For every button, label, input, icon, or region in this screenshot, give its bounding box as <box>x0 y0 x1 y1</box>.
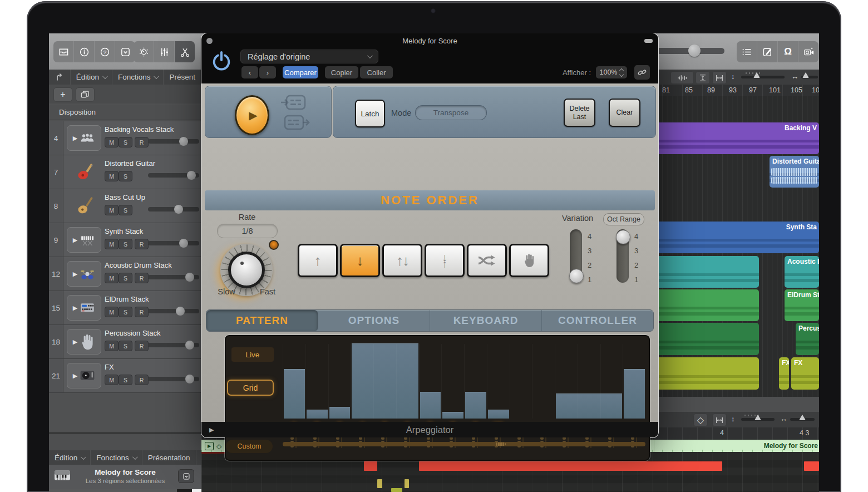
track-s-button[interactable]: S <box>119 341 132 351</box>
mode-value-pill[interactable]: Transpose <box>415 105 487 120</box>
track-name[interactable]: Bass Cut Up <box>105 193 145 201</box>
pattern-step-column[interactable] <box>555 344 578 419</box>
track-s-button[interactable]: S <box>119 307 132 317</box>
pr-horizontal-fit-icon[interactable] <box>712 414 727 426</box>
track-volume-slider[interactable] <box>148 377 199 381</box>
track-volume-slider[interactable] <box>148 309 199 313</box>
paste-button[interactable]: Coller <box>360 66 393 78</box>
track-stack-icon[interactable]: ▶ <box>67 227 101 253</box>
pr-hzoom-slider[interactable] <box>790 418 815 421</box>
midi-note[interactable] <box>391 488 402 492</box>
checkbox-icon[interactable] <box>115 41 135 62</box>
timeline-region[interactable]: FX <box>779 357 789 390</box>
track-m-button[interactable]: M <box>105 239 119 249</box>
track-stack-icon[interactable]: ▶ <box>67 125 101 151</box>
track-m-button[interactable]: M <box>105 205 119 215</box>
track-m-button[interactable]: M <box>105 341 119 351</box>
timeline-region[interactable]: ElDrum Sta <box>785 289 819 321</box>
timeline-region[interactable]: Distorted Guitar <box>770 156 819 188</box>
track-s-button[interactable]: S <box>119 239 132 249</box>
pattern-step-column[interactable] <box>305 344 329 419</box>
horizontal-fit-icon[interactable] <box>712 71 727 84</box>
loop-icon[interactable]: Ω <box>778 41 798 62</box>
pattern-step-column[interactable] <box>532 344 555 419</box>
timeline-region[interactable]: FX <box>791 357 819 390</box>
track-r-button[interactable]: R <box>135 137 149 147</box>
midi-note[interactable] <box>419 461 722 471</box>
library-tray-icon[interactable] <box>53 41 74 62</box>
tab-keyboard[interactable]: KEYBOARD <box>430 310 542 331</box>
info-icon[interactable] <box>74 41 95 62</box>
pattern-step-column[interactable] <box>464 344 487 419</box>
track-row[interactable]: 4▶Backing Vocals StackMSR <box>49 121 201 155</box>
note-order-arrows-converge-icon[interactable]: ↓↑ <box>425 244 465 277</box>
pattern-step-bar[interactable] <box>601 393 623 419</box>
disclosure-triangle-icon[interactable]: ▶ <box>209 426 214 434</box>
note-order-shuffle-icon[interactable] <box>467 244 507 277</box>
window-link-toggle[interactable] <box>644 39 653 43</box>
duplicate-track-button[interactable] <box>76 87 95 102</box>
latch-button[interactable]: Latch <box>355 100 385 127</box>
pattern-step-column[interactable] <box>487 344 510 419</box>
play-triangle-icon[interactable]: ▶ <box>73 135 77 142</box>
master-volume-slider[interactable] <box>657 48 724 54</box>
pr-vzoom-slider[interactable] <box>741 418 775 421</box>
track-row[interactable]: 12▶Acoustic Drum StackMSR <box>49 257 201 291</box>
volume-thumb[interactable] <box>176 307 185 316</box>
track-name[interactable]: Acoustic Drum Stack <box>105 261 172 269</box>
track-row[interactable]: 18▶Percussion StackMSR <box>49 325 201 359</box>
play-triangle-icon[interactable]: ▶ <box>73 270 77 278</box>
track-m-button[interactable]: M <box>105 273 119 283</box>
vertical-zoom-slider[interactable] <box>741 76 785 78</box>
track-r-button[interactable]: R <box>135 375 149 385</box>
track-name[interactable]: Distorted Guitar <box>105 159 155 168</box>
scissors-icon[interactable] <box>175 41 195 62</box>
pattern-step-column[interactable] <box>328 344 352 419</box>
editor-checkbox-button[interactable] <box>178 469 194 483</box>
track-volume-slider[interactable] <box>148 207 199 211</box>
menu-edition[interactable]: Édition <box>71 70 112 85</box>
volume-thumb[interactable] <box>179 239 188 248</box>
prev-preset-button[interactable]: ‹ <box>241 66 258 78</box>
play-triangle-icon[interactable]: ▶ <box>73 338 77 346</box>
pattern-step-bar[interactable] <box>579 393 601 419</box>
track-name[interactable]: Synth Stack <box>105 227 143 235</box>
media-browser-icon[interactable] <box>798 41 818 62</box>
editor-menu-fonctions[interactable]: Fonctions <box>91 450 142 465</box>
volume-thumb[interactable] <box>185 375 194 383</box>
next-preset-button[interactable]: › <box>259 66 276 78</box>
timeline-region[interactable]: Acoustic D <box>785 256 819 288</box>
note-order-hand-icon[interactable] <box>509 244 549 277</box>
track-stack-icon[interactable]: ▶ <box>67 261 101 287</box>
pattern-scrollbar-grip[interactable] <box>495 442 506 446</box>
grid-button[interactable]: Grid <box>227 380 274 396</box>
pattern-step-column[interactable] <box>578 344 601 419</box>
waveform-zoom-button[interactable] <box>670 71 694 84</box>
track-r-button[interactable]: R <box>135 307 149 317</box>
pattern-step-column[interactable] <box>510 344 533 419</box>
track-row[interactable]: 7Distorted GuitarMS <box>49 155 201 189</box>
track-volume-slider[interactable] <box>148 343 199 347</box>
pattern-step-bar[interactable] <box>442 412 463 419</box>
track-stack-icon[interactable]: ▶ <box>67 329 101 355</box>
variation-thumb[interactable] <box>569 269 584 283</box>
region-play-icon[interactable]: ▶ <box>205 442 214 450</box>
pattern-step-bar[interactable] <box>488 410 509 419</box>
track-s-button[interactable]: S <box>119 137 132 147</box>
editor-menu-presentation[interactable]: Présentation <box>142 450 196 465</box>
track-row[interactable]: 21▶FXMSR <box>49 359 201 393</box>
rate-value-display[interactable]: 1/8 <box>217 224 278 238</box>
pattern-step-column[interactable] <box>351 344 374 419</box>
timeline-region[interactable]: Percuss <box>796 323 819 355</box>
pattern-step-column[interactable] <box>283 344 306 419</box>
track-s-button[interactable]: S <box>119 171 132 181</box>
variation-slider[interactable] <box>570 229 582 283</box>
pr-hzoom-thumb[interactable] <box>799 415 806 420</box>
play-triangle-icon[interactable]: ▶ <box>73 304 77 312</box>
piano-keys[interactable] <box>177 489 202 492</box>
live-button[interactable]: Live <box>231 347 274 362</box>
pattern-step-column[interactable] <box>623 344 646 419</box>
pattern-step-bar[interactable] <box>420 392 441 419</box>
volume-thumb[interactable] <box>688 45 701 57</box>
midi-note[interactable] <box>804 461 819 471</box>
